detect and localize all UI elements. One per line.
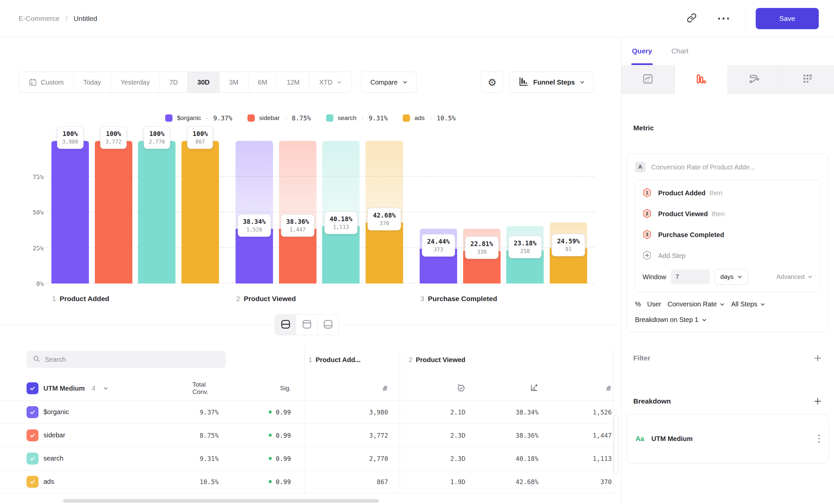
bar-value-label: 100%3,980 [57,126,83,149]
bar-segment [322,226,359,283]
search-input[interactable] [45,356,220,363]
breakdown-section: Breakdown [633,397,822,406]
bar-value-label: 38.36%1,447 [281,214,314,237]
row-name: $organic [43,408,69,416]
date-range-today[interactable]: Today [74,72,111,92]
significance-value: 0.99 [269,409,291,416]
count-metric-icon[interactable]: # [606,384,612,393]
legend-swatch [326,114,333,122]
tab-label: Chart [672,47,688,55]
total-conv-header[interactable]: Total Conv. [192,381,219,395]
chevron-down-icon [720,302,725,307]
table-body: $organic9.37%0.993,9802.1D38.34%1,526sid… [0,400,615,494]
date-range-xtd[interactable]: XTD [309,72,352,92]
plot-area: 100%3,980100%3,772100%2,770100%8671Produ… [51,141,587,283]
funnel-bar[interactable]: 38.34%1,526 [236,141,273,283]
metric-title-row[interactable]: A Conversion Rate of Product Adde... [635,162,820,173]
date-range-custom[interactable]: Custom [19,72,74,92]
chevron-down-icon[interactable] [103,386,108,391]
metric-step-row[interactable]: 3Purchase Completed [642,225,813,245]
filter-section: Filter [633,354,822,362]
add-step-row[interactable]: Add Step [642,245,813,266]
select-all-checkbox[interactable] [26,382,39,394]
date-range-12m[interactable]: 12M [277,72,309,92]
legend-label: sidebar [259,114,280,122]
date-range-7d[interactable]: 7D [160,72,188,92]
share-link-button[interactable] [681,8,702,29]
funnel-bar[interactable]: 100%2,770 [138,141,175,283]
bar-segment [366,223,403,283]
date-range-30d[interactable]: 30D [188,72,220,92]
funnel-bar[interactable]: 22.81%330 [463,141,501,283]
chevron-down-icon [760,302,765,307]
view-toggle-table-only[interactable] [318,315,339,335]
funnel-bar[interactable]: 100%3,980 [51,141,89,283]
row-checkbox[interactable] [26,476,39,488]
row-checkbox[interactable] [26,429,39,441]
add-breakdown-button[interactable] [813,397,822,406]
funnel-bar[interactable]: 24.44%373 [420,141,457,283]
table-row[interactable]: search9.31%0.992,7702.3D40.18%1,113 [0,447,615,470]
funnel-bar[interactable]: 38.36%1,447 [279,141,316,283]
breakdown-column-label[interactable]: UTM Medium [43,385,85,392]
sig-header[interactable]: Sig. [280,385,291,392]
date-range-6m[interactable]: 6M [248,72,277,92]
bar-percent: 38.34% [243,217,266,226]
table-row[interactable]: ads10.5%0.998671.9D42.68%370 [0,470,615,494]
kebab-menu-icon[interactable] [818,435,820,443]
breadcrumb-project[interactable]: E-Commerce [19,15,60,23]
tab-funnels[interactable] [675,65,728,94]
page-title[interactable]: Untitled [74,15,97,23]
time-to-convert-icon[interactable] [457,383,465,394]
save-button[interactable]: Save [756,8,819,29]
date-range-yesterday[interactable]: Yesterday [111,72,159,92]
row-checkbox[interactable] [26,453,39,464]
legend-item[interactable]: $organic·9.37% [165,114,232,122]
tab-retention[interactable] [781,65,834,94]
legend-item[interactable]: ads·10.5% [403,114,456,122]
table-row[interactable]: sidebar8.75%0.993,7722.3D38.36%1,447 [0,424,615,447]
legend-item[interactable]: sidebar·8.75% [247,114,311,122]
date-range-control: CustomTodayYesterday7D30D3M6M12MXTD [19,72,352,93]
more-menu-button[interactable] [713,8,734,29]
metric-step-row[interactable]: 1Product Addedthen [642,183,813,204]
view-toggle-chart-only[interactable] [296,315,317,335]
chart-type-button[interactable]: Funnel Steps [509,72,594,93]
funnel-bar[interactable]: 42.68%370 [366,141,403,283]
table-row[interactable]: $organic9.37%0.993,9802.1D38.34%1,526 [0,400,615,424]
funnel-bar[interactable]: 24.59%91 [550,141,587,283]
measure-metric-select[interactable]: Conversion Rate [667,300,725,308]
table-step2-header[interactable]: 2Product Viewed [409,356,465,364]
tab-chart[interactable]: Chart [672,37,688,65]
tab-insights[interactable] [621,65,675,94]
breakdown-item-card[interactable]: Aa UTM Medium [627,414,829,463]
count-metric-icon[interactable]: # [382,384,388,393]
conversion-rate-icon[interactable] [529,383,539,394]
view-toggle-split[interactable] [275,315,296,335]
funnel-bar[interactable]: 100%3,772 [95,141,132,283]
funnel-bar[interactable]: 100%867 [181,141,219,283]
tab-flows[interactable] [728,65,781,94]
metric-step-row[interactable]: 2Product Viewedthen [642,204,813,225]
measure-scope-select[interactable]: All Steps [731,300,765,308]
date-range-3m[interactable]: 3M [220,72,248,92]
table-step1-header[interactable]: 1Product Add... [309,356,360,364]
window-value-input[interactable] [671,270,710,284]
funnel-bar[interactable]: 23.18%258 [506,141,544,283]
legend-item[interactable]: search·9.31% [326,114,388,122]
active-tab-underline [631,63,653,65]
add-filter-button[interactable] [813,354,822,362]
step-number: 1 [52,295,56,302]
advanced-toggle[interactable]: Advanced [776,273,813,280]
tab-query[interactable]: Query [632,37,652,65]
horizontal-scrollbar[interactable] [63,499,379,503]
chart-settings-button[interactable]: ⚙ [481,72,503,93]
window-unit-select[interactable]: days [715,269,748,285]
funnel-step-group: 24.44%37322.81%33023.18%25824.59%913Purc… [420,141,587,283]
funnel-bar[interactable]: 40.18%1,113 [322,141,359,283]
vertical-scrollbar[interactable] [614,415,618,475]
breakdown-on-select[interactable]: Breakdown on Step 1 [635,316,820,324]
compare-button[interactable]: Compare [361,72,416,93]
row-checkbox[interactable] [26,406,39,418]
measure-entity[interactable]: User [647,300,661,308]
